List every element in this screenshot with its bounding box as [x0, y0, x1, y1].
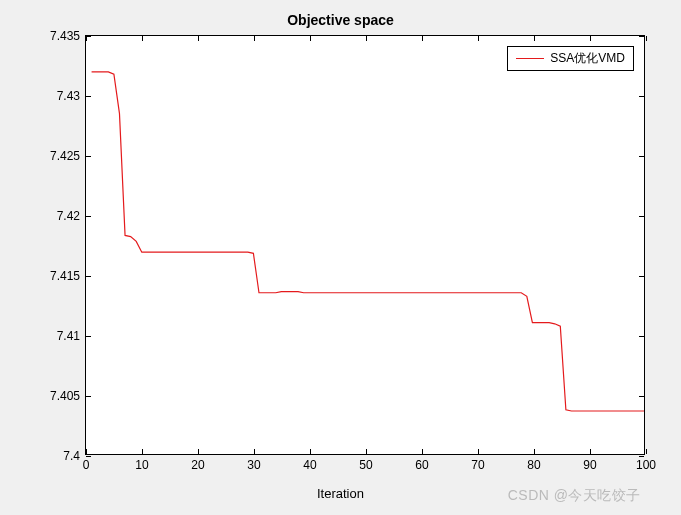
- x-tick-mark: [142, 36, 143, 41]
- x-tick-mark: [254, 449, 255, 454]
- x-tick-label: 20: [191, 458, 204, 472]
- x-tick-label: 80: [527, 458, 540, 472]
- watermark: CSDN @今天吃饺子: [508, 487, 641, 505]
- x-tick-label: 10: [135, 458, 148, 472]
- series-line: [92, 72, 644, 411]
- x-tick-label: 0: [83, 458, 90, 472]
- y-tick-mark: [86, 156, 91, 157]
- y-tick-mark: [639, 456, 644, 457]
- plot-area: SSA优化VMD 7.47.4057.417.4157.427.4257.437…: [85, 35, 645, 455]
- x-tick-label: 40: [303, 458, 316, 472]
- y-tick-mark: [639, 276, 644, 277]
- x-tick-label: 90: [583, 458, 596, 472]
- y-tick-label: 7.415: [50, 269, 80, 283]
- y-tick-label: 7.41: [57, 329, 80, 343]
- x-tick-mark: [198, 449, 199, 454]
- x-tick-label: 70: [471, 458, 484, 472]
- y-tick-mark: [86, 276, 91, 277]
- y-tick-mark: [86, 336, 91, 337]
- y-tick-mark: [86, 96, 91, 97]
- y-tick-label: 7.43: [57, 89, 80, 103]
- y-tick-mark: [639, 396, 644, 397]
- y-tick-label: 7.42: [57, 209, 80, 223]
- x-tick-mark: [646, 36, 647, 41]
- x-tick-label: 100: [636, 458, 656, 472]
- y-tick-label: 7.425: [50, 149, 80, 163]
- chart-title: Objective space: [0, 12, 681, 28]
- y-tick-mark: [86, 216, 91, 217]
- x-tick-mark: [590, 449, 591, 454]
- y-tick-mark: [639, 156, 644, 157]
- y-tick-mark: [86, 456, 91, 457]
- x-tick-mark: [534, 36, 535, 41]
- x-tick-mark: [254, 36, 255, 41]
- chart-container: Objective space Best score obtained so f…: [0, 0, 681, 515]
- y-tick-label: 7.435: [50, 29, 80, 43]
- y-tick-mark: [86, 396, 91, 397]
- x-tick-mark: [86, 36, 87, 41]
- x-tick-mark: [646, 449, 647, 454]
- y-tick-label: 7.405: [50, 389, 80, 403]
- x-tick-mark: [478, 449, 479, 454]
- x-tick-mark: [142, 449, 143, 454]
- x-tick-mark: [310, 449, 311, 454]
- x-tick-mark: [590, 36, 591, 41]
- x-tick-label: 30: [247, 458, 260, 472]
- y-tick-mark: [639, 336, 644, 337]
- x-tick-mark: [534, 449, 535, 454]
- x-tick-mark: [422, 449, 423, 454]
- data-line: [86, 36, 644, 454]
- x-tick-mark: [478, 36, 479, 41]
- x-tick-mark: [86, 449, 87, 454]
- y-tick-label: 7.4: [63, 449, 80, 463]
- x-tick-mark: [198, 36, 199, 41]
- x-tick-mark: [366, 449, 367, 454]
- y-tick-mark: [639, 96, 644, 97]
- x-tick-mark: [366, 36, 367, 41]
- x-tick-mark: [310, 36, 311, 41]
- x-tick-label: 60: [415, 458, 428, 472]
- x-tick-label: 50: [359, 458, 372, 472]
- y-tick-mark: [639, 216, 644, 217]
- x-tick-mark: [422, 36, 423, 41]
- y-tick-mark: [639, 36, 644, 37]
